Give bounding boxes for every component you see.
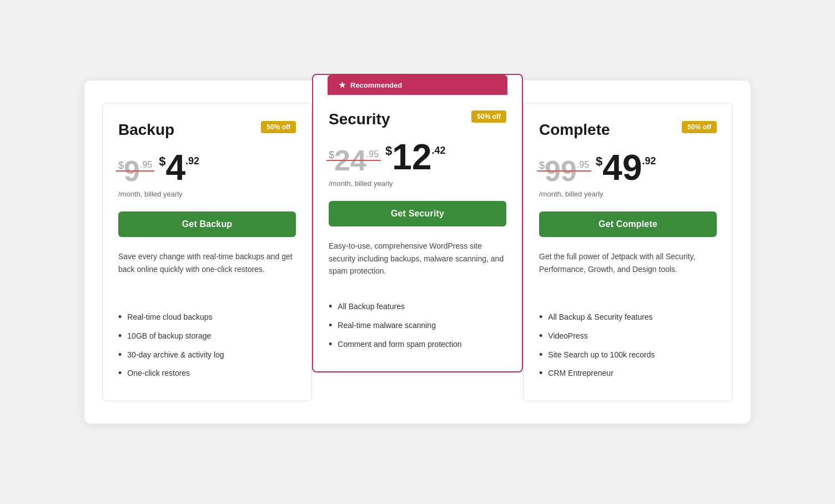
new-cents-complete: .92: [642, 155, 656, 167]
recommended-badge: ★ Recommended: [328, 75, 507, 95]
original-dollar-backup: $: [118, 160, 124, 172]
discount-badge-security: 50% off: [471, 110, 506, 123]
new-price-backup: $ 4 .92: [159, 150, 199, 185]
list-item: All Backup & Security features: [539, 308, 717, 327]
new-dollar-backup: $: [159, 154, 165, 169]
new-amount-backup: 4: [165, 150, 185, 185]
new-dollar-security: $: [385, 144, 392, 158]
list-item: All Backup features: [329, 298, 506, 316]
plan-header-security: Security 50% off: [329, 110, 506, 128]
discount-badge-complete: 50% off: [682, 121, 717, 133]
strikethrough-backup: [116, 170, 154, 172]
plan-card-backup: Backup 50% off $ 9 .95 $ 4 .92 /month, b…: [102, 103, 312, 401]
new-price-complete: $ 49 .92: [596, 150, 656, 185]
list-item: Real-time cloud backups: [118, 308, 296, 327]
new-price-security: $ 12 .42: [385, 139, 445, 175]
description-backup: Save every change with real-time backups…: [118, 250, 296, 290]
new-cents-backup: .92: [185, 155, 199, 167]
features-list-backup: Real-time cloud backups 10GB of backup s…: [118, 308, 296, 382]
original-cents-backup: .95: [140, 160, 152, 170]
original-dollar-security: $: [329, 149, 334, 161]
billing-backup: /month, billed yearly: [118, 190, 296, 198]
cta-button-security[interactable]: Get Security: [329, 201, 506, 226]
plan-header-complete: Complete 50% off: [539, 121, 717, 139]
plan-card-complete: Complete 50% off $ 99 .95 $ 49 .92 /mont…: [523, 103, 733, 401]
list-item: VideoPress: [539, 327, 717, 346]
plan-card-security: ★ Recommended Security 50% off $ 24 .95 …: [312, 74, 523, 372]
billing-complete: /month, billed yearly: [539, 190, 717, 198]
original-cents-complete: .95: [577, 160, 589, 170]
security-content: Security 50% off $ 24 .95 $ 12 .42 /mont…: [329, 95, 506, 354]
pricing-container: Backup 50% off $ 9 .95 $ 4 .92 /month, b…: [84, 80, 751, 423]
list-item: Real-time malware scanning: [329, 316, 506, 335]
description-complete: Get the full power of Jetpack with all S…: [539, 250, 717, 290]
list-item: Comment and form spam protection: [329, 335, 506, 354]
list-item: One-click restores: [118, 364, 296, 383]
list-item: Site Search up to 100k records: [539, 346, 717, 365]
original-price-backup: $ 9 .95: [118, 157, 152, 185]
list-item: 30-day archive & activity log: [118, 346, 296, 365]
original-price-complete: $ 99 .95: [539, 157, 589, 185]
new-amount-complete: 49: [602, 150, 642, 185]
plan-title-security: Security: [329, 110, 390, 128]
features-list-security: All Backup features Real-time malware sc…: [329, 298, 506, 354]
price-row-backup: $ 9 .95 $ 4 .92: [118, 150, 296, 185]
new-dollar-complete: $: [596, 154, 602, 169]
strikethrough-security: [326, 160, 381, 161]
plan-header-backup: Backup 50% off: [118, 121, 296, 139]
new-amount-security: 12: [392, 139, 431, 175]
list-item: 10GB of backup storage: [118, 327, 296, 346]
price-row-complete: $ 99 .95 $ 49 .92: [539, 150, 717, 185]
plan-title-complete: Complete: [539, 121, 610, 139]
new-cents-security: .42: [432, 145, 446, 157]
price-row-security: $ 24 .95 $ 12 .42: [329, 139, 506, 175]
billing-security: /month, billed yearly: [329, 179, 506, 188]
strikethrough-complete: [537, 170, 591, 172]
discount-badge-backup: 50% off: [261, 121, 296, 133]
plan-title-backup: Backup: [118, 121, 174, 139]
star-icon: ★: [339, 80, 346, 89]
recommended-label: Recommended: [350, 81, 402, 89]
original-price-security: $ 24 .95: [329, 146, 379, 175]
original-cents-security: .95: [366, 149, 379, 159]
list-item: CRM Entrepreneur: [539, 364, 717, 383]
cta-button-complete[interactable]: Get Complete: [539, 211, 717, 237]
original-dollar-complete: $: [539, 160, 545, 172]
description-security: Easy-to-use, comprehensive WordPress sit…: [329, 240, 506, 280]
cta-button-backup[interactable]: Get Backup: [118, 211, 296, 237]
features-list-complete: All Backup & Security features VideoPres…: [539, 308, 717, 382]
